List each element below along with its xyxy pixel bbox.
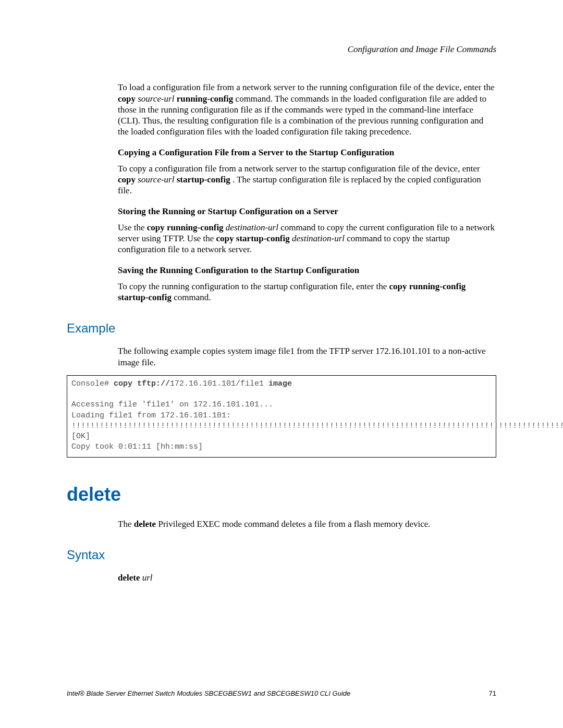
subheading-storing: Storing the Running or Startup Configura… xyxy=(118,206,496,217)
body-column: The delete Privileged EXEC mode command … xyxy=(118,519,496,529)
code-bold: image xyxy=(268,379,292,388)
example-paragraph: The following example copies system imag… xyxy=(118,346,496,368)
subheading-copying: Copying a Configuration File from a Serv… xyxy=(118,147,496,158)
section-heading-example: Example xyxy=(67,320,496,336)
cmd-italic: destination-url xyxy=(292,233,345,243)
cmd-italic: url xyxy=(142,573,153,583)
code-prompt: Console# xyxy=(71,379,114,388)
syntax-line: delete url xyxy=(118,572,496,583)
cmd-italic: source-url xyxy=(138,175,174,184)
text: To load a configuration file from a netw… xyxy=(118,82,494,92)
command-title-delete: delete xyxy=(67,483,496,506)
text: Use the xyxy=(118,223,147,232)
text: The xyxy=(118,519,134,529)
cmd-bold: copy startup-config xyxy=(216,233,290,243)
cmd-bold: startup-config xyxy=(177,175,230,184)
footer-title: Intel® Blade Server Ethernet Switch Modu… xyxy=(67,689,350,697)
sec2-paragraph: Use the copy running-config destination-… xyxy=(118,222,496,255)
cmd-bold: copy xyxy=(118,94,136,104)
running-header: Configuration and Image File Commands xyxy=(67,44,496,55)
page-number: 71 xyxy=(489,689,496,698)
cmd-bold: delete xyxy=(118,573,140,583)
cmd-italic: destination-url xyxy=(226,223,278,232)
body-column: The following example copies system imag… xyxy=(118,346,496,368)
code-example-box: Console# copy tftp://172.16.101.101/file… xyxy=(67,375,496,458)
page: Configuration and Image File Commands To… xyxy=(0,0,563,728)
text: Privileged EXEC mode command deletes a f… xyxy=(158,519,430,529)
code-text: 172.16.101.101/file1 xyxy=(170,379,268,388)
intro-paragraph: To load a configuration file from a netw… xyxy=(118,82,496,137)
cmd-bold: copy running-config xyxy=(147,223,224,232)
body-column: delete url xyxy=(118,572,496,583)
cmd-italic: source-url xyxy=(138,94,174,104)
code-bold: copy tftp:// xyxy=(114,379,170,388)
subheading-saving: Saving the Running Configuration to the … xyxy=(118,265,496,276)
section-heading-syntax: Syntax xyxy=(67,547,496,563)
body-column: To load a configuration file from a netw… xyxy=(118,82,496,303)
cmd-bold: running-config xyxy=(177,94,234,104)
text: To copy a configuration file from a netw… xyxy=(118,164,480,174)
code-output: Accessing file 'file1' on 172.16.101.101… xyxy=(71,400,563,451)
cmd-bold: copy xyxy=(118,175,136,184)
page-footer: Intel® Blade Server Ethernet Switch Modu… xyxy=(67,689,496,698)
text: To copy the running configuration to the… xyxy=(118,281,389,291)
sec3-paragraph: To copy the running configuration to the… xyxy=(118,281,496,303)
sec1-paragraph: To copy a configuration file from a netw… xyxy=(118,163,496,196)
delete-description: The delete Privileged EXEC mode command … xyxy=(118,519,496,529)
text: command. xyxy=(174,292,211,302)
cmd-bold: delete xyxy=(134,519,156,529)
